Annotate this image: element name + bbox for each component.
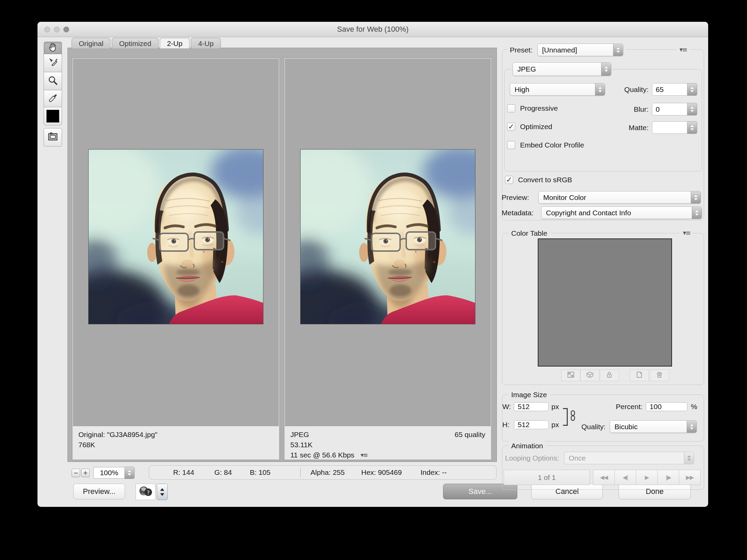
slice-select-tool-button[interactable] (44, 54, 62, 72)
new-color-button[interactable] (630, 370, 649, 381)
original-filesize: 768K (78, 440, 273, 450)
preset-label: Preset: (510, 46, 533, 54)
select-chevrons-icon (692, 207, 702, 219)
width-field[interactable]: 512 (514, 402, 549, 411)
delete-color-button[interactable] (650, 370, 669, 381)
blur-field[interactable]: 0 (652, 103, 687, 115)
view-tabs: Original Optimized 2-Up 4-Up (72, 38, 221, 48)
quality-stepper[interactable] (687, 83, 697, 96)
preview-row: Preview: Monitor Color (502, 191, 701, 204)
embed-color-profile-checkbox[interactable] (507, 141, 515, 149)
zoom-out-button[interactable]: − (72, 469, 80, 477)
stepper-up-icon (128, 470, 131, 472)
slice-select-icon (47, 57, 58, 69)
metadata-label: Metadata: (502, 209, 541, 217)
preset-row: Preset: [Unnamed] (507, 44, 626, 56)
optimized-preview-pane[interactable]: JPEG 65 quality 53.11K 11 sec @ 56.6 Kbp… (284, 58, 492, 460)
readout-hex: Hex: 905469 (361, 468, 402, 477)
stepper-up-icon (160, 488, 164, 491)
optimized-label: Optimized (520, 123, 552, 131)
format-select[interactable]: JPEG (513, 62, 611, 76)
stepper-down-icon (160, 493, 164, 496)
width-row: W: 512 px (502, 402, 559, 411)
matte-field[interactable] (652, 121, 687, 134)
percent-row: Percent: 100 % (612, 402, 697, 411)
cube-icon (586, 371, 594, 380)
previous-frame-button: ◀| (614, 470, 636, 485)
progressive-checkbox[interactable] (507, 104, 515, 112)
optimized-preview-image (300, 149, 475, 324)
height-field[interactable]: 512 (514, 420, 549, 429)
next-frame-button: |▶ (657, 470, 679, 485)
original-preview-image (88, 149, 263, 324)
blur-stepper[interactable] (687, 103, 697, 115)
convert-srgb-checkbox[interactable]: ✓ (505, 176, 513, 184)
original-info-bar: Original: "GJ3A8954.jpg" 768K (73, 426, 279, 459)
browser-preview-select[interactable]: ? (136, 484, 155, 500)
optimized-info-bar: JPEG 65 quality 53.11K 11 sec @ 56.6 Kbp… (285, 426, 491, 459)
lock-color-button[interactable] (600, 370, 619, 381)
optimized-format: JPEG (290, 430, 309, 440)
color-table-menu-icon[interactable]: ▾≡ (680, 229, 693, 236)
tab-optimized[interactable]: Optimized (112, 38, 158, 48)
readout-divider (300, 468, 301, 477)
matte-row: Matte: (612, 121, 697, 134)
compression-select[interactable]: High (510, 83, 605, 96)
image-size-group-box (502, 394, 704, 441)
first-frame-button: ◀◀ (593, 470, 615, 485)
preview-label: Preview: (502, 193, 538, 202)
color-table-title: Color Table (508, 228, 550, 239)
download-speed-menu-icon[interactable]: ▾≡ (361, 451, 367, 460)
preview-in-browser-button[interactable]: Preview... (73, 484, 125, 499)
zoom-level-stepper[interactable] (125, 467, 135, 479)
tab-2up[interactable]: 2-Up (160, 38, 190, 48)
tab-original[interactable]: Original (72, 38, 110, 48)
zoom-tool-button[interactable] (44, 72, 62, 90)
select-chevrons-icon (687, 421, 697, 433)
embed-profile-row: Embed Color Profile (507, 141, 584, 149)
eyedropper-color-well[interactable] (44, 107, 62, 125)
select-chevrons-icon (684, 452, 694, 464)
percent-label: Percent: (616, 403, 642, 411)
toggle-slices-visibility-button[interactable] (44, 128, 62, 146)
metadata-select[interactable]: Copyright and Contact Info (541, 206, 702, 219)
animation-title: Animation (508, 440, 546, 451)
convert-srgb-label: Convert to sRGB (518, 176, 572, 184)
matte-stepper[interactable] (687, 121, 697, 134)
transparency-checker-icon (567, 371, 575, 380)
zoom-level-field[interactable]: 100% (93, 467, 125, 479)
blur-row: Blur: 0 (612, 103, 697, 115)
frame-counter: 1 of 1 (504, 470, 590, 485)
looping-options-select: Once (564, 452, 694, 464)
optimized-filesize: 53.11K (290, 440, 485, 450)
convert-srgb-row: ✓ Convert to sRGB (505, 176, 572, 184)
browser-preview-stepper[interactable] (157, 484, 168, 500)
original-preview-pane[interactable]: Original: "GJ3A8954.jpg" 768K (72, 58, 280, 460)
tab-4up[interactable]: 4-Up (191, 38, 221, 48)
preset-select[interactable]: [Unnamed] (537, 44, 623, 56)
optimize-menu-icon[interactable]: ▾≡ (677, 46, 689, 53)
web-shift-button[interactable] (580, 370, 599, 381)
height-row: H: 512 px (502, 420, 559, 429)
readout-blue: B: 105 (250, 468, 271, 477)
map-transparency-button[interactable] (561, 370, 580, 381)
optimized-checkbox[interactable]: ✓ (507, 123, 515, 131)
preview-select[interactable]: Monitor Color (538, 191, 701, 204)
resample-row: Quality: Bicubic (581, 420, 697, 433)
hand-tool-button[interactable] (44, 42, 62, 54)
quality-field[interactable]: 65 (652, 83, 687, 96)
metadata-row: Metadata: Copyright and Contact Info (502, 206, 702, 219)
dimension-link-bracket (563, 408, 568, 426)
percent-field[interactable]: 100 (646, 402, 687, 411)
readout-red: R: 144 (173, 468, 194, 477)
color-table-grid[interactable] (538, 238, 672, 367)
optimize-panel: Preset: [Unnamed] ▾≡ JPEG High Quality: (500, 22, 708, 507)
blur-label: Blur: (634, 105, 649, 113)
resample-quality-select[interactable]: Bicubic (610, 420, 697, 433)
eyedropper-tool-button[interactable] (44, 90, 62, 108)
readout-green: G: 84 (214, 468, 232, 477)
select-chevrons-icon (601, 63, 611, 76)
zoom-in-button[interactable]: + (81, 469, 90, 477)
new-page-icon (636, 371, 643, 380)
magnifier-icon (47, 75, 58, 87)
